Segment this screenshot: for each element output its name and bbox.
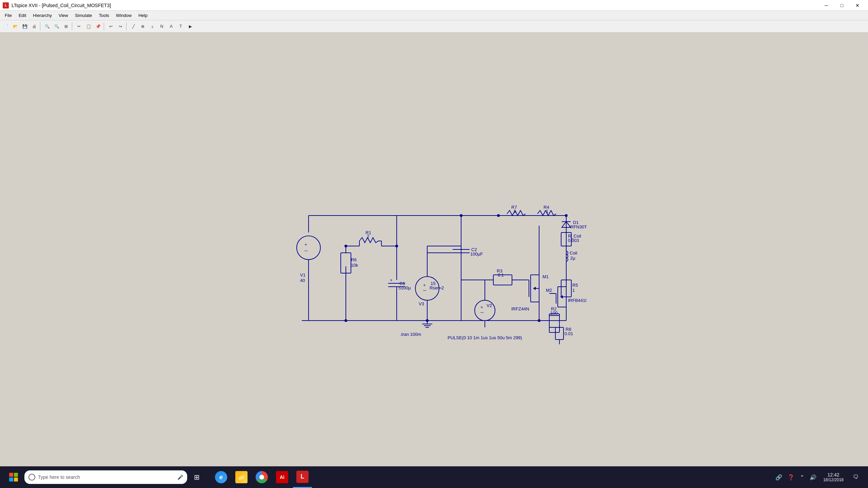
edge-button[interactable]: e	[212, 466, 231, 488]
svg-text:─: ─	[423, 288, 427, 293]
svg-text:IRFZ44N: IRFZ44N	[511, 306, 529, 311]
menu-hierarchy[interactable]: Hierarchy	[29, 12, 55, 19]
menu-file[interactable]: File	[1, 12, 15, 19]
svg-text:+: +	[390, 278, 393, 283]
toolbar-redo[interactable]: ↪	[116, 22, 125, 31]
svg-point-125	[426, 319, 429, 322]
toolbar-cut[interactable]: ✂	[75, 22, 83, 31]
toolbar-wire[interactable]: ╱	[129, 22, 138, 31]
toolbar-undo[interactable]: ↩	[106, 22, 115, 31]
app-icon: L	[3, 2, 9, 8]
cortana-icon	[28, 474, 35, 481]
files-button[interactable]: 📁	[232, 466, 251, 488]
svg-text:─: ─	[304, 248, 308, 253]
menu-view[interactable]: View	[55, 12, 72, 19]
svg-text:IRFB4410Z: IRFB4410Z	[568, 298, 587, 303]
task-view-button[interactable]: ⊞	[187, 466, 206, 488]
svg-rect-140	[14, 473, 18, 477]
svg-text:R6: R6	[351, 257, 357, 262]
svg-text:1: 1	[514, 209, 516, 214]
svg-text:V1: V1	[300, 272, 305, 278]
toolbar-separator-3	[104, 22, 105, 30]
svg-point-124	[344, 319, 347, 322]
window-controls: ─ □ ✕	[818, 0, 865, 11]
svg-text:+: +	[480, 305, 483, 310]
svg-text:0.01: 0.01	[565, 331, 573, 336]
svg-text:0.1: 0.1	[498, 272, 504, 278]
svg-rect-141	[9, 477, 13, 482]
toolbar-zoom-out[interactable]: 🔍	[52, 22, 61, 31]
menu-bar: File Edit Hierarchy View Simulate Tools …	[0, 11, 868, 20]
acrobat-button[interactable]: Ai	[273, 466, 292, 488]
svg-text:M1: M1	[542, 274, 549, 279]
minimize-button[interactable]: ─	[818, 0, 834, 11]
svg-text:PULSE(0 10 1m 1us 1us 50u 5m 2: PULSE(0 10 1m 1us 1us 50u 5m 299)	[448, 335, 522, 340]
speaker-icon[interactable]: 🔊	[808, 473, 818, 482]
toolbar-zoom-in[interactable]: 🔍	[43, 22, 52, 31]
toolbar-paste[interactable]: 📌	[94, 22, 102, 31]
toolbar-net[interactable]: N	[157, 22, 166, 31]
toolbar-simulate[interactable]: ▶	[186, 22, 195, 31]
schematic-canvas[interactable]: .circuit-line { stroke: #00008B; stroke-…	[0, 33, 868, 466]
network-icon[interactable]: 🔗	[774, 473, 784, 482]
menu-edit[interactable]: Edit	[15, 12, 29, 19]
svg-text:1: 1	[572, 288, 575, 293]
chevron-up-icon[interactable]: ⌃	[798, 473, 806, 482]
toolbar-new[interactable]: 📄	[1, 22, 10, 31]
toolbar-text[interactable]: T	[176, 22, 185, 31]
svg-rect-142	[14, 477, 18, 482]
start-button[interactable]	[3, 466, 24, 488]
toolbar-copy[interactable]: 📋	[84, 22, 93, 31]
svg-text:R5: R5	[572, 283, 578, 288]
svg-rect-107	[549, 316, 559, 332]
svg-point-126	[565, 214, 568, 217]
toolbar-component[interactable]: ⊕	[138, 22, 147, 31]
svg-text:2: 2	[367, 234, 369, 239]
svg-text:M2: M2	[546, 288, 552, 293]
system-clock[interactable]: 12:42 18/12/2018	[821, 471, 846, 484]
svg-point-122	[344, 245, 347, 247]
close-button[interactable]: ✕	[850, 0, 865, 11]
svg-text:2µ: 2µ	[570, 256, 575, 261]
svg-text:RFN30TS6D: RFN30TS6D	[570, 224, 587, 229]
files-icon: 📁	[235, 471, 248, 483]
toolbar-label[interactable]: A	[167, 22, 176, 31]
toolbar: 📄 📂 💾 🖨 🔍 🔍 ⊞ ✂ 📋 📌 ↩ ↪ ╱ ⊕ ⏚ N A T ▶	[0, 20, 868, 33]
svg-text:V3: V3	[419, 301, 424, 306]
chrome-button[interactable]	[252, 466, 271, 488]
windows-logo-icon	[9, 472, 18, 482]
taskbar-search-bar[interactable]: Type here to search 🎤	[24, 470, 187, 484]
svg-text:40: 40	[300, 278, 305, 283]
svg-text:10k: 10k	[351, 263, 358, 268]
menu-simulate[interactable]: Simulate	[72, 12, 96, 19]
toolbar-ground[interactable]: ⏚	[148, 22, 157, 31]
svg-text:1: 1	[546, 209, 548, 214]
ltspice-button[interactable]: L	[293, 466, 312, 488]
question-icon[interactable]: ❓	[786, 473, 796, 482]
toolbar-separator-4	[126, 22, 127, 30]
svg-point-127	[538, 319, 540, 322]
acrobat-icon: Ai	[276, 471, 288, 483]
toolbar-zoom-fit[interactable]: ⊞	[62, 22, 71, 31]
svg-text:Rser=2: Rser=2	[430, 285, 444, 290]
svg-text:+: +	[423, 283, 426, 288]
toolbar-open[interactable]: 📂	[11, 22, 20, 31]
menu-help[interactable]: Help	[135, 12, 151, 19]
title-bar: L LTspice XVII - [Pulsed_Coil_Circuit_MO…	[0, 0, 868, 11]
edge-icon: e	[215, 471, 227, 483]
taskbar-apps: e 📁 Ai L	[212, 466, 312, 488]
circuit-diagram: .circuit-line { stroke: #00008B; stroke-…	[281, 151, 587, 348]
toolbar-print[interactable]: 🖨	[30, 22, 39, 31]
menu-tools[interactable]: Tools	[96, 12, 113, 19]
svg-text:V2: V2	[487, 303, 492, 308]
toolbar-save[interactable]: 💾	[20, 22, 29, 31]
clock-time: 12:42	[823, 472, 844, 477]
svg-text:100µF: 100µF	[470, 251, 483, 257]
maximize-button[interactable]: □	[834, 0, 850, 11]
svg-text:5100µ: 5100µ	[398, 285, 411, 290]
toolbar-separator-1	[40, 22, 41, 30]
microphone-icon: 🎤	[177, 474, 183, 480]
notification-button[interactable]: 🗨	[849, 470, 863, 484]
ltspice-icon: L	[296, 471, 309, 483]
menu-window[interactable]: Window	[113, 12, 135, 19]
